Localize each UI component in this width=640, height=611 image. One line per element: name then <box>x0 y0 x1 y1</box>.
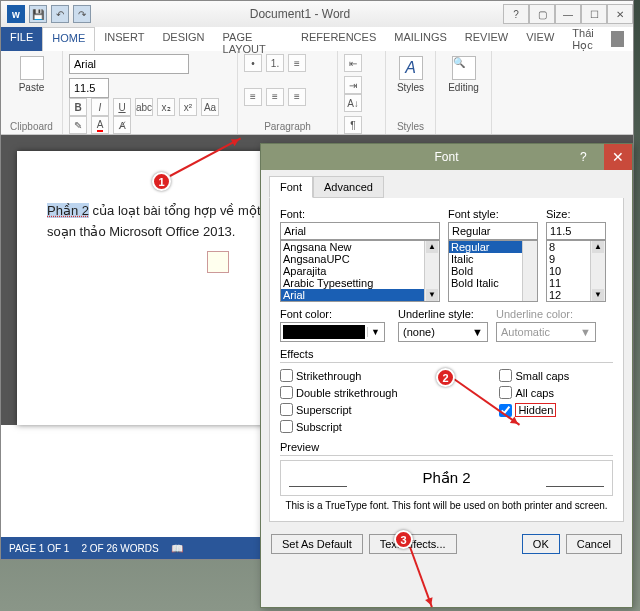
color-swatch <box>283 325 365 339</box>
preview-box: Phần 2 <box>280 460 613 496</box>
clipboard-icon <box>20 56 44 80</box>
show-marks-icon[interactable]: ¶ <box>344 116 362 134</box>
underline-color-combo: Automatic▼ <box>496 322 596 342</box>
preview-label: Preview <box>280 441 613 456</box>
dialog-help-icon[interactable]: ? <box>580 150 604 164</box>
sort-icon[interactable]: A↓ <box>344 94 362 112</box>
callout-1: 1 <box>152 172 171 191</box>
numbering-icon[interactable]: 1. <box>266 54 284 72</box>
tab-references[interactable]: REFERENCES <box>292 27 385 51</box>
ribbon: Paste Clipboard B I U abc x₂ x² Aa ✎ A A… <box>1 51 633 135</box>
effects-label: Effects <box>280 348 613 363</box>
font-style-label: Font style: <box>448 208 538 220</box>
superscript-icon[interactable]: x² <box>179 98 197 116</box>
multilevel-icon[interactable]: ≡ <box>288 54 306 72</box>
size-label: Size: <box>546 208 606 220</box>
font-color-combo[interactable]: ▼ <box>280 322 385 342</box>
underline-color-label: Underline color: <box>496 308 596 320</box>
scroll-up-icon[interactable]: ▲ <box>592 241 604 253</box>
status-words[interactable]: 2 OF 26 WORDS <box>81 543 158 554</box>
size-listbox[interactable]: ▲ 8 9 10 11 12 ▼ <box>546 240 606 302</box>
styles-button[interactable]: AStyles <box>392 54 429 95</box>
ok-button[interactable]: OK <box>522 534 560 554</box>
smallcaps-check[interactable]: Small caps <box>499 369 613 382</box>
allcaps-check[interactable]: All caps <box>499 386 613 399</box>
app-icon[interactable]: w <box>7 5 25 23</box>
subscript-icon[interactable]: x₂ <box>157 98 175 116</box>
tab-insert[interactable]: INSERT <box>95 27 153 51</box>
redo-icon[interactable]: ↷ <box>73 5 91 23</box>
save-icon[interactable]: 💾 <box>29 5 47 23</box>
font-input[interactable] <box>280 222 440 240</box>
strikethrough-check[interactable]: Strikethrough <box>280 369 431 382</box>
tab-mailings[interactable]: MAILINGS <box>385 27 456 51</box>
tab-page-layout[interactable]: PAGE LAYOUT <box>214 27 292 51</box>
align-center-icon[interactable]: ≡ <box>266 88 284 106</box>
callout-3: 3 <box>394 530 413 549</box>
font-color-icon[interactable]: A <box>91 116 109 134</box>
body-text[interactable]: của loạt bài tổng hợp về một <box>89 203 261 218</box>
underline-style-combo[interactable]: (none)▼ <box>398 322 488 342</box>
underline-icon[interactable]: U <box>113 98 131 116</box>
group-paragraph-label: Paragraph <box>244 121 331 134</box>
double-strike-check[interactable]: Double strikethrough <box>280 386 431 399</box>
proofing-icon[interactable]: 📖 <box>171 543 183 554</box>
paste-button[interactable]: Paste <box>7 54 56 95</box>
subscript-check[interactable]: Subscript <box>280 420 431 433</box>
minimize-icon[interactable]: ― <box>555 4 581 24</box>
indent-dec-icon[interactable]: ⇤ <box>344 54 362 72</box>
font-note: This is a TrueType font. This font will … <box>280 500 613 511</box>
callout-2: 2 <box>436 368 455 387</box>
font-label: Font: <box>280 208 440 220</box>
dialog-titlebar: Font ? ✕ <box>261 144 632 170</box>
font-listbox[interactable]: ▲ Angsana New AngsanaUPC Aparajita Arabi… <box>280 240 440 302</box>
user-avatar[interactable] <box>611 31 624 47</box>
italic-icon[interactable]: I <box>91 98 109 116</box>
tab-design[interactable]: DESIGN <box>153 27 213 51</box>
status-page[interactable]: PAGE 1 OF 1 <box>9 543 69 554</box>
indent-inc-icon[interactable]: ⇥ <box>344 76 362 94</box>
set-default-button[interactable]: Set As Default <box>271 534 363 554</box>
help-icon[interactable]: ? <box>503 4 529 24</box>
align-left-icon[interactable]: ≡ <box>244 88 262 106</box>
tab-file[interactable]: FILE <box>1 27 42 51</box>
dialog-tab-font[interactable]: Font <box>269 176 313 198</box>
paste-options-icon[interactable] <box>207 251 229 273</box>
ribbon-options-icon[interactable]: ▢ <box>529 4 555 24</box>
clear-format-icon[interactable]: A̸ <box>113 116 131 134</box>
tab-review[interactable]: REVIEW <box>456 27 517 51</box>
dialog-close-icon[interactable]: ✕ <box>604 144 632 170</box>
font-style-input[interactable] <box>448 222 538 240</box>
tab-home[interactable]: HOME <box>42 27 95 51</box>
highlight-icon[interactable]: ✎ <box>69 116 87 134</box>
scroll-down-icon[interactable]: ▼ <box>426 289 438 301</box>
font-size-combo[interactable] <box>69 78 109 98</box>
font-name-combo[interactable] <box>69 54 189 74</box>
size-input[interactable] <box>546 222 606 240</box>
strike-icon[interactable]: abc <box>135 98 153 116</box>
tab-view[interactable]: VIEW <box>517 27 563 51</box>
hidden-check[interactable]: Hidden <box>499 403 613 417</box>
align-right-icon[interactable]: ≡ <box>288 88 306 106</box>
selected-text[interactable]: Phần 2 <box>47 203 89 218</box>
superscript-check[interactable]: Superscript <box>280 403 431 416</box>
editing-button[interactable]: 🔍Editing <box>442 54 485 95</box>
cancel-button[interactable]: Cancel <box>566 534 622 554</box>
chevron-down-icon: ▼ <box>367 327 383 337</box>
maximize-icon[interactable]: ☐ <box>581 4 607 24</box>
undo-icon[interactable]: ↶ <box>51 5 69 23</box>
dialog-title: Font <box>434 150 458 164</box>
dialog-tab-advanced[interactable]: Advanced <box>313 176 384 198</box>
bold-icon[interactable]: B <box>69 98 87 116</box>
scroll-down-icon[interactable]: ▼ <box>592 289 604 301</box>
titlebar: w 💾 ↶ ↷ Document1 - Word ? ▢ ― ☐ ✕ <box>1 1 633 27</box>
font-style-listbox[interactable]: Regular Italic Bold Bold Italic <box>448 240 538 302</box>
underline-style-label: Underline style: <box>398 308 488 320</box>
group-clipboard-label: Clipboard <box>7 121 56 134</box>
scroll-up-icon[interactable]: ▲ <box>426 241 438 253</box>
bullets-icon[interactable]: • <box>244 54 262 72</box>
case-icon[interactable]: Aa <box>201 98 219 116</box>
close-icon[interactable]: ✕ <box>607 4 633 24</box>
user-name[interactable]: Thái Học <box>572 27 607 52</box>
group-styles-label: Styles <box>392 121 429 134</box>
